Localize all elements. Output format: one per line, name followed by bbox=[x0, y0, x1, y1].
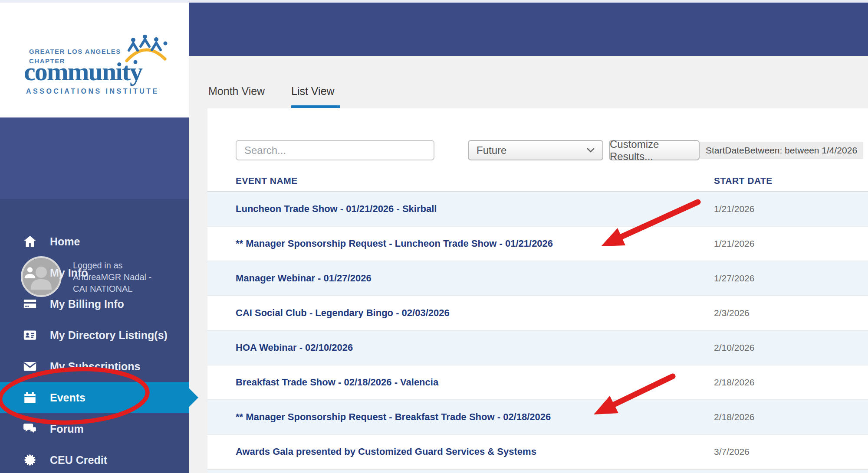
table-header: EVENT NAME START DATE bbox=[207, 171, 868, 192]
sidebar-item-my-info[interactable]: My Info bbox=[0, 257, 189, 288]
envelope-icon bbox=[23, 359, 37, 374]
event-name-link[interactable]: Awards Gala presented by Customized Guar… bbox=[236, 446, 536, 457]
user-panel: Logged in as AndreaMGR Nadal - CAI NATIO… bbox=[0, 117, 189, 199]
event-start-date: 3/7/2026 bbox=[714, 447, 750, 457]
sidebar: GREATER LOS ANGELES CHAPTER community AS… bbox=[0, 0, 189, 473]
event-name-link[interactable]: HOA Webinar - 02/10/2026 bbox=[236, 342, 353, 353]
top-bar bbox=[189, 3, 868, 56]
event-start-date: 1/21/2026 bbox=[714, 238, 754, 249]
event-start-date: 1/21/2026 bbox=[714, 204, 754, 214]
credit-card-icon bbox=[23, 297, 37, 311]
table-row: Awards Gala presented by Customized Guar… bbox=[207, 435, 868, 470]
search-input[interactable] bbox=[236, 140, 434, 160]
person-icon bbox=[23, 265, 37, 280]
column-header-start-date: START DATE bbox=[714, 176, 773, 186]
id-card-icon bbox=[23, 328, 37, 343]
chapter-logo: GREATER LOS ANGELES CHAPTER community AS… bbox=[0, 3, 189, 117]
tab-list-view[interactable]: List View bbox=[291, 85, 335, 98]
table-row: ** Manager Sponsorship Request - Luncheo… bbox=[207, 227, 868, 261]
badge-icon bbox=[23, 453, 37, 467]
logo-chapter-line1: GREATER LOS ANGELES bbox=[29, 48, 121, 55]
sidebar-nav: Home My Info My Billing Info My Director… bbox=[0, 226, 189, 473]
sidebar-item-home[interactable]: Home bbox=[0, 226, 189, 257]
active-tab-underline bbox=[291, 105, 340, 108]
logo-wordmark: community bbox=[24, 58, 142, 85]
event-start-date: 1/27/2026 bbox=[714, 273, 754, 284]
logo-institute-line: ASSOCIATIONS INSTITUTE bbox=[26, 88, 159, 95]
future-filter-select[interactable]: Future bbox=[468, 140, 603, 160]
home-icon bbox=[23, 234, 37, 249]
event-start-date: 2/18/2026 bbox=[714, 377, 754, 388]
sidebar-item-my-directory-listing-s[interactable]: My Directory Listing(s) bbox=[0, 320, 189, 351]
partial-next-row bbox=[207, 470, 868, 473]
event-name-link[interactable]: ** Manager Sponsorship Request - Luncheo… bbox=[236, 238, 553, 249]
event-start-date: 2/3/2026 bbox=[714, 308, 750, 318]
sidebar-item-events[interactable]: Events bbox=[0, 382, 189, 413]
table-row: Breakfast Trade Show - 02/18/2026 - Vale… bbox=[207, 365, 868, 400]
chevron-down-icon bbox=[587, 148, 595, 153]
table-row: Manager Webinar - 01/27/2026 1/27/2026 bbox=[207, 261, 868, 296]
top-strip bbox=[0, 0, 868, 3]
active-item-arrow bbox=[188, 388, 198, 408]
table-row: HOA Webinar - 02/10/2026 2/10/2026 bbox=[207, 331, 868, 365]
event-name-link[interactable]: Breakfast Trade Show - 02/18/2026 - Vale… bbox=[236, 377, 438, 388]
column-header-event-name: EVENT NAME bbox=[236, 176, 298, 186]
event-start-date: 2/10/2026 bbox=[714, 343, 754, 353]
sidebar-item-my-billing-info[interactable]: My Billing Info bbox=[0, 288, 189, 320]
member-portal-events-page: GREATER LOS ANGELES CHAPTER community AS… bbox=[0, 0, 868, 473]
table-row: ** Manager Sponsorship Request - Breakfa… bbox=[207, 400, 868, 435]
chat-icon bbox=[23, 421, 37, 436]
sidebar-item-my-subscriptions[interactable]: My Subscriptions bbox=[0, 351, 189, 382]
event-start-date: 2/18/2026 bbox=[714, 412, 754, 422]
future-filter-value: Future bbox=[477, 144, 506, 157]
sidebar-item-forum[interactable]: Forum bbox=[0, 413, 189, 444]
event-name-link[interactable]: CAI Social Club - Legendary Bingo - 02/0… bbox=[236, 307, 450, 319]
customize-results-button[interactable]: Customize Results... bbox=[609, 140, 700, 160]
events-table-body: Luncheon Trade Show - 01/21/2026 - Skirb… bbox=[207, 192, 868, 470]
tab-month-view[interactable]: Month View bbox=[208, 85, 265, 98]
date-filter-chip: StartDateBetween: between 1/4/2026 bbox=[700, 142, 863, 159]
sidebar-item-ceu-credit[interactable]: CEU Credit bbox=[0, 444, 189, 473]
table-row: CAI Social Club - Legendary Bingo - 02/0… bbox=[207, 296, 868, 331]
event-name-link[interactable]: ** Manager Sponsorship Request - Breakfa… bbox=[236, 411, 551, 423]
calendar-icon bbox=[23, 390, 37, 405]
events-list-card: Future Customize Results... StartDateBet… bbox=[207, 108, 868, 473]
event-name-link[interactable]: Manager Webinar - 01/27/2026 bbox=[236, 273, 372, 284]
event-name-link[interactable]: Luncheon Trade Show - 01/21/2026 - Skirb… bbox=[236, 203, 437, 215]
table-row: Luncheon Trade Show - 01/21/2026 - Skirb… bbox=[207, 192, 868, 227]
